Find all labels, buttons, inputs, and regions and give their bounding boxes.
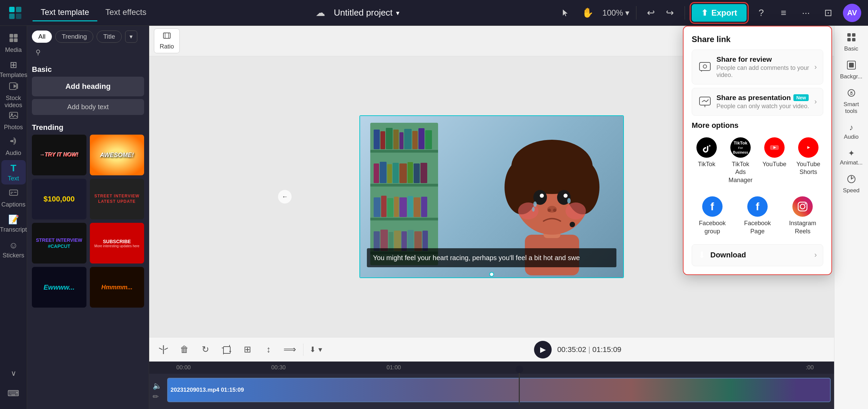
rs-item-speed[interactable]: Speed bbox=[836, 171, 867, 197]
ruler-mark-1min: 01:00 bbox=[387, 364, 401, 371]
layout-button[interactable]: ⊡ bbox=[821, 5, 836, 21]
redo-button[interactable]: ↪ bbox=[662, 5, 678, 21]
svg-rect-4 bbox=[9, 34, 13, 38]
sidebar-expand-button[interactable]: ∨ bbox=[1, 365, 26, 382]
split-tool-button[interactable] bbox=[156, 342, 171, 357]
platform-youtube-shorts[interactable]: YouTube Shorts bbox=[793, 134, 823, 188]
filter-trending[interactable]: Trending bbox=[55, 31, 93, 43]
edit-icon[interactable]: ✏ bbox=[153, 392, 162, 401]
tiktok-label: TikTok bbox=[698, 160, 715, 168]
rs-item-animate[interactable]: ✦ Animat... bbox=[836, 145, 867, 170]
canvas-handle-bottom-center[interactable] bbox=[489, 272, 494, 277]
play-button[interactable]: ▶ bbox=[534, 341, 552, 358]
sidebar-item-photos[interactable]: Photos bbox=[1, 109, 26, 133]
cursor-mode-button[interactable] bbox=[558, 5, 573, 21]
svg-point-73 bbox=[564, 194, 568, 198]
detach-button[interactable]: ⟹ bbox=[282, 342, 297, 357]
platform-tiktok[interactable]: TikTok bbox=[692, 134, 722, 188]
platform-instagram-reels[interactable]: Instagram Reels bbox=[782, 193, 823, 239]
rs-label-audio: Audio bbox=[844, 134, 859, 140]
download-icon: ⬇ bbox=[310, 345, 316, 354]
share-for-review-option[interactable]: Share for review People can add comments… bbox=[692, 50, 823, 84]
svg-rect-29 bbox=[386, 128, 393, 149]
ratio-button[interactable]: Ratio bbox=[154, 28, 180, 53]
more-button[interactable]: ··· bbox=[798, 5, 814, 21]
volume-icon[interactable]: 🔈 bbox=[153, 382, 162, 390]
template-card-ewww[interactable]: Ewwww... bbox=[32, 267, 86, 308]
sidebar-item-templates[interactable]: ⊞ Templates bbox=[1, 57, 26, 81]
download-option[interactable]: ⬇ Download › bbox=[692, 244, 823, 266]
platform-tiktok-ads[interactable]: TikTok For Business TikTok Ads Manager bbox=[726, 134, 755, 188]
playhead-handle[interactable] bbox=[516, 366, 523, 373]
crop-button[interactable] bbox=[219, 342, 234, 357]
svg-rect-17 bbox=[14, 192, 17, 193]
export-button[interactable]: ⬆ Export bbox=[692, 4, 747, 22]
hand-mode-button[interactable]: ✋ bbox=[580, 5, 596, 21]
project-name-button[interactable]: Untitled project ▾ bbox=[334, 7, 399, 18]
template-card-100k[interactable]: $100,000 bbox=[32, 179, 86, 219]
export-clip-button[interactable]: ⬇ ▾ bbox=[310, 345, 322, 354]
template-card-capcut[interactable]: STREET INTERVIEW#CAPCUT bbox=[32, 223, 86, 264]
topbar-center: ☁ Untitled project ▾ bbox=[313, 5, 399, 21]
delete-button[interactable]: 🗑 bbox=[177, 342, 192, 357]
sidebar-item-media[interactable]: Media bbox=[1, 31, 26, 56]
filter-all[interactable]: All bbox=[32, 31, 52, 43]
platform-youtube[interactable]: YouTube bbox=[760, 134, 789, 188]
sidebar-item-transcript[interactable]: 📝 Transcript bbox=[1, 212, 26, 236]
canvas-nav-back[interactable]: ← bbox=[278, 190, 292, 203]
rs-item-background[interactable]: Backgr... bbox=[836, 57, 867, 83]
undo-button[interactable]: ↩ bbox=[643, 5, 659, 21]
avatar[interactable]: AV bbox=[843, 4, 861, 22]
tab-text-template[interactable]: Text template bbox=[33, 4, 97, 21]
trending-section-title: Trending bbox=[27, 120, 149, 135]
sidebar-item-captions[interactable]: Captions bbox=[1, 186, 26, 210]
upload-button[interactable]: ☁ bbox=[313, 5, 328, 21]
canvas-frame[interactable]: You might feel your heart racing, perhap… bbox=[359, 115, 624, 278]
rs-item-audio[interactable]: ♪ Audio bbox=[836, 119, 867, 144]
download-option-icon: ⬇ bbox=[698, 250, 706, 260]
keyboard-icon[interactable]: ⌨ bbox=[1, 383, 26, 404]
rs-item-basic[interactable]: Basic bbox=[836, 29, 867, 56]
add-body-button[interactable]: Add body text bbox=[32, 99, 144, 115]
download-option-arrow: › bbox=[814, 251, 817, 259]
subtitles-button[interactable]: ≡ bbox=[776, 5, 791, 21]
main-clip[interactable]: 20231209013.mp4 01:15:09 bbox=[167, 378, 831, 402]
sidebar-item-audio[interactable]: Audio bbox=[1, 134, 26, 159]
sidebar-item-stickers[interactable]: ☺ Stickers bbox=[1, 237, 26, 262]
svg-rect-7 bbox=[14, 38, 18, 42]
template-card-try-it-now[interactable]: →TRY IT NOW! bbox=[32, 135, 86, 175]
smart-tools-icon bbox=[847, 88, 856, 100]
filter-title[interactable]: Title bbox=[97, 31, 121, 43]
photos-icon bbox=[9, 111, 18, 122]
sidebar-label-captions: Captions bbox=[1, 201, 25, 208]
template-card-subscribe[interactable]: SUBSCRIBE More interesting updates here bbox=[90, 223, 144, 264]
svg-rect-0 bbox=[9, 7, 15, 12]
help-button[interactable]: ? bbox=[753, 5, 769, 21]
sidebar-item-stock-videos[interactable]: Stock videos bbox=[1, 83, 26, 107]
filter-more-button[interactable]: ▾ bbox=[125, 31, 137, 43]
template-card-street-interview[interactable]: STREET INTERVIEWLATEST UPDATE bbox=[90, 179, 144, 219]
separator-1 bbox=[636, 6, 636, 20]
svg-rect-93 bbox=[699, 62, 710, 71]
add-heading-button[interactable]: Add heading bbox=[32, 77, 144, 96]
sidebar-item-text[interactable]: T Text bbox=[1, 160, 26, 184]
flip-button[interactable]: ⊞ bbox=[240, 342, 255, 357]
tab-text-effects[interactable]: Text effects bbox=[97, 4, 155, 21]
rs-item-smart-tools[interactable]: Smart tools bbox=[836, 85, 867, 118]
template-card-hmm[interactable]: Hmmmm... bbox=[90, 267, 144, 308]
audio-icon bbox=[9, 136, 18, 148]
svg-rect-2 bbox=[9, 14, 15, 19]
platform-facebook-group[interactable]: f Facebook group bbox=[692, 193, 733, 239]
rs-label-animate: Animat... bbox=[840, 159, 863, 166]
share-as-presentation-option[interactable]: Share as presentation New People can onl… bbox=[692, 88, 823, 116]
transform-button[interactable]: ↕ bbox=[261, 342, 276, 357]
undo-clip-button[interactable]: ↻ bbox=[198, 342, 213, 357]
tiktok-ads-icon: TikTok For Business bbox=[730, 137, 751, 158]
sidebar-label-text: Text bbox=[8, 175, 19, 182]
timeline-playhead[interactable] bbox=[519, 366, 520, 405]
filter-sort-button[interactable]: ⚲ bbox=[32, 46, 44, 58]
svg-point-80 bbox=[570, 222, 575, 227]
template-card-awesome[interactable]: AWESOME! bbox=[90, 135, 144, 175]
zoom-control[interactable]: 100% ▾ bbox=[603, 8, 629, 18]
platform-facebook-page[interactable]: f Facebook Page bbox=[737, 193, 778, 239]
